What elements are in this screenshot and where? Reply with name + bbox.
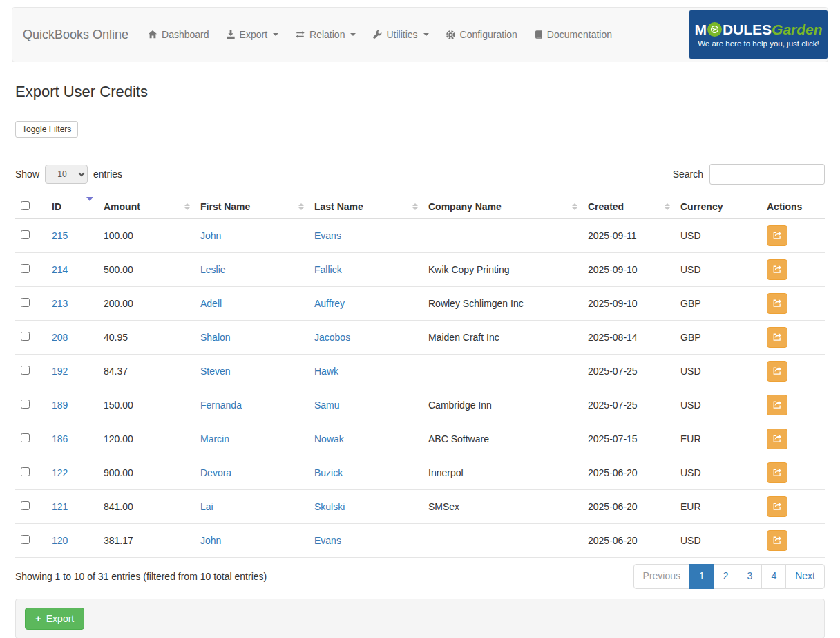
row-last-name-link[interactable]: Fallick — [314, 264, 342, 275]
row-id-link[interactable]: 120 — [52, 535, 68, 546]
row-last-name-link[interactable]: Skulski — [314, 501, 345, 512]
nav-item-configuration[interactable]: Configuration — [446, 29, 517, 40]
header-first-name[interactable]: First Name — [195, 196, 309, 218]
row-export-button[interactable] — [767, 496, 788, 517]
pagination-previous[interactable]: Previous — [633, 564, 690, 589]
row-checkbox[interactable] — [21, 230, 30, 239]
row-checkbox[interactable] — [21, 332, 30, 341]
row-last-name-link[interactable]: Samu — [314, 400, 340, 411]
row-export-button[interactable] — [767, 395, 788, 415]
header-currency[interactable]: Currency — [675, 196, 761, 218]
row-first-name-link[interactable]: Shalon — [200, 332, 231, 343]
search-input[interactable] — [709, 164, 825, 185]
pagination-page-3[interactable]: 3 — [738, 564, 763, 589]
export-button[interactable]: + Export — [25, 608, 84, 630]
row-last-name-link[interactable]: Buzick — [314, 467, 343, 478]
header-last-name[interactable]: Last Name — [309, 196, 423, 218]
pagination-page-2[interactable]: 2 — [714, 564, 738, 589]
row-checkbox[interactable] — [21, 433, 30, 442]
row-last-name-link[interactable]: Nowak — [314, 433, 344, 444]
header-company-name[interactable]: Company Name — [423, 196, 582, 218]
row-company — [423, 355, 582, 388]
row-amount: 841.00 — [98, 490, 195, 524]
toggle-filters-button[interactable]: Toggle Filters — [15, 121, 78, 138]
row-first-name-link[interactable]: Marcin — [200, 433, 229, 444]
row-checkbox[interactable] — [21, 467, 30, 476]
row-amount: 84.37 — [98, 355, 195, 388]
wrench-icon — [372, 30, 382, 39]
header-id[interactable]: ID — [46, 196, 98, 218]
share-square-icon — [772, 366, 782, 377]
chevron-down-icon — [423, 33, 429, 36]
header-amount[interactable]: Amount — [98, 196, 195, 218]
row-created: 2025-09-11 — [582, 218, 675, 253]
app-brand[interactable]: QuickBooks Online — [23, 28, 128, 42]
row-first-name-link[interactable]: Leslie — [200, 264, 226, 275]
row-id-link[interactable]: 121 — [52, 501, 68, 512]
row-checkbox[interactable] — [21, 535, 30, 544]
modulesgarden-banner[interactable]: M DULES Garden We are here to help you, … — [689, 10, 828, 59]
row-id-link[interactable]: 189 — [52, 400, 68, 411]
pagination-page-4[interactable]: 4 — [761, 564, 786, 589]
row-first-name-link[interactable]: John — [200, 535, 221, 546]
row-last-name-link[interactable]: Evans — [314, 230, 341, 241]
row-company — [423, 524, 582, 558]
row-first-name-link[interactable]: Steven — [200, 366, 231, 377]
header-select-all[interactable] — [15, 196, 46, 218]
row-id-link[interactable]: 192 — [52, 366, 68, 377]
nav-item-utilities[interactable]: Utilities — [372, 29, 428, 40]
row-checkbox[interactable] — [21, 298, 30, 307]
select-all-checkbox[interactable] — [21, 201, 30, 210]
row-created: 2025-07-15 — [582, 422, 675, 456]
home-icon — [148, 30, 158, 39]
row-amount: 40.95 — [98, 321, 195, 355]
row-last-name-link[interactable]: Auffrey — [314, 298, 345, 309]
row-currency: USD — [675, 456, 761, 490]
row-id-link[interactable]: 213 — [52, 298, 68, 309]
header-created[interactable]: Created — [582, 196, 675, 218]
row-export-button[interactable] — [767, 293, 788, 314]
row-export-button[interactable] — [767, 530, 788, 551]
row-created: 2025-06-20 — [582, 524, 675, 558]
row-last-name-link[interactable]: Hawk — [314, 366, 338, 377]
row-first-name-link[interactable]: Lai — [200, 501, 213, 512]
pagination-next[interactable]: Next — [785, 564, 825, 589]
page-size-select[interactable]: 10 — [45, 165, 88, 184]
row-export-button[interactable] — [767, 259, 788, 280]
logo-text-garden: Garden — [772, 22, 823, 37]
row-id-link[interactable]: 215 — [52, 230, 68, 241]
row-checkbox[interactable] — [21, 366, 30, 375]
row-checkbox[interactable] — [21, 501, 30, 510]
table-footer: Showing 1 to 10 of 31 entries (filtered … — [15, 564, 825, 589]
nav-item-export[interactable]: Export — [226, 29, 278, 40]
row-first-name-link[interactable]: John — [200, 230, 221, 241]
row-export-button[interactable] — [767, 462, 788, 483]
table-row: 120 381.17 John Evans 2025-06-20 USD — [15, 524, 825, 558]
row-id-link[interactable]: 186 — [52, 433, 68, 444]
row-checkbox[interactable] — [21, 400, 30, 409]
row-company — [423, 218, 582, 253]
row-last-name-link[interactable]: Evans — [314, 535, 341, 546]
row-last-name-link[interactable]: Jacobos — [314, 332, 350, 343]
row-id-link[interactable]: 122 — [52, 467, 68, 478]
row-export-button[interactable] — [767, 225, 788, 246]
row-id-link[interactable]: 214 — [52, 264, 68, 275]
row-export-button[interactable] — [767, 361, 788, 382]
row-first-name-link[interactable]: Adell — [200, 298, 222, 309]
row-first-name-link[interactable]: Devora — [200, 467, 231, 478]
logo-tagline: We are here to help you, just click! — [698, 39, 819, 48]
row-export-button[interactable] — [767, 429, 788, 449]
nav-item-dashboard[interactable]: Dashboard — [148, 29, 209, 40]
row-company: Cambridge Inn — [423, 388, 582, 422]
row-id-link[interactable]: 208 — [52, 332, 68, 343]
nav-item-documentation[interactable]: Documentation — [534, 29, 612, 40]
nav-item-relation[interactable]: Relation — [295, 29, 356, 40]
row-checkbox[interactable] — [21, 264, 30, 273]
pagination-page-1[interactable]: 1 — [689, 564, 714, 589]
credits-table: ID Amount First Name Last Name Company N… — [15, 196, 825, 558]
row-currency: USD — [675, 253, 761, 287]
nav-item-label: Documentation — [547, 29, 612, 40]
row-first-name-link[interactable]: Fernanda — [200, 400, 242, 411]
chevron-down-icon — [273, 33, 278, 36]
row-export-button[interactable] — [767, 327, 788, 348]
